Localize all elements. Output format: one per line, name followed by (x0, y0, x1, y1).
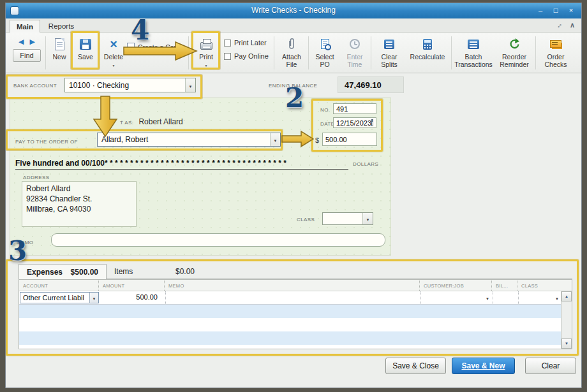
print-as-label: T AS: (120, 120, 133, 126)
batch-transactions-icon (468, 40, 479, 49)
address-line: Robert Allard (26, 184, 132, 194)
print-later-checkbox[interactable]: Print Later (224, 39, 267, 47)
payee-select[interactable]: Allard, Robert (97, 133, 281, 147)
bank-account-value: 10100 · Checking (69, 81, 129, 90)
table-header: ACCOUNT AMOUNT MEMO CUSTOMER:JOB BIL... … (19, 280, 572, 291)
toolbar-separator (535, 36, 536, 69)
attach-file-button[interactable]: Attach File (278, 36, 306, 68)
check-no-label: NO. (320, 107, 330, 113)
reorder-recycle-icon (509, 38, 520, 50)
tab-items[interactable]: Items $0.00 (107, 264, 202, 279)
reorder-reminder-button[interactable]: Reorder Reminder (496, 36, 533, 68)
delete-dropdown-icon[interactable] (101, 61, 126, 68)
checkbox-icon[interactable] (224, 53, 231, 60)
scroll-down-button[interactable] (561, 338, 572, 349)
chevron-down-icon (189, 81, 193, 90)
address-line: 92834 Chandler St. (26, 194, 132, 204)
table-row: Other Current Liabil 500.00 (19, 291, 572, 305)
checkbox-icon[interactable] (224, 40, 231, 47)
recalculate-button[interactable]: Recalculate (406, 36, 449, 61)
ribbon-tabbar: Main Reports (6, 18, 581, 33)
items-total: $0.00 (175, 267, 195, 276)
dollars-label: DOLLARS (353, 161, 378, 167)
order-checks-button[interactable]: Order Checks (538, 36, 574, 68)
scroll-up-button[interactable] (561, 291, 572, 301)
amount-field[interactable]: 500.00 (322, 133, 377, 146)
tab-reports[interactable]: Reports (41, 20, 81, 33)
clear-splits-button[interactable]: Clear Splits (375, 36, 404, 68)
delete-button[interactable]: Delete (101, 36, 126, 68)
dropdown-button[interactable] (362, 213, 373, 224)
check-form: NO. 491 DATE 12/15/2023 T AS: Robert All… (10, 98, 391, 256)
clear-button[interactable]: Clear (525, 358, 576, 374)
table-row-empty[interactable] (19, 331, 572, 345)
table-row-empty[interactable] (19, 318, 572, 331)
clock-icon (350, 39, 360, 49)
select-po-icon (321, 39, 329, 49)
expenses-table: ACCOUNT AMOUNT MEMO CUSTOMER:JOB BIL... … (19, 279, 572, 349)
enter-time-button: Enter Time (341, 36, 368, 68)
column-amount[interactable]: AMOUNT (98, 280, 164, 291)
expand-window-icon[interactable] (555, 21, 562, 29)
delete-x-icon (110, 38, 117, 50)
tab-main[interactable]: Main (10, 20, 40, 33)
calculator-icon (423, 39, 432, 50)
amount-cell[interactable]: 500.00 (100, 291, 165, 304)
bank-account-select[interactable]: 10100 · Checking (64, 78, 196, 92)
billable-cell[interactable] (493, 291, 518, 304)
address-box[interactable]: Robert Allard 92834 Chandler St. Millbra… (22, 181, 137, 227)
column-memo[interactable]: MEMO (164, 280, 419, 291)
minimize-button[interactable]: – (534, 6, 547, 16)
details-tabstrip: Expenses $500.00 Items $0.00 (19, 264, 572, 279)
new-document-icon (55, 38, 64, 50)
write-checks-window: Write Checks - Checking – □ × Main Repor… (5, 3, 582, 388)
tab-expenses[interactable]: Expenses $500.00 (19, 264, 107, 279)
vertical-scrollbar[interactable] (561, 291, 572, 349)
class-select[interactable] (322, 212, 373, 225)
calendar-icon[interactable] (371, 119, 373, 126)
column-customer-job[interactable]: CUSTOMER:JOB (419, 280, 491, 291)
chevron-down-icon (274, 135, 278, 144)
check-no-field[interactable]: 491 (333, 103, 376, 114)
step-2-number: 2 (285, 85, 304, 112)
column-class[interactable]: CLASS (517, 280, 561, 291)
save-new-button[interactable]: Save & New (452, 358, 515, 374)
class-cell[interactable] (518, 291, 562, 304)
pay-online-checkbox[interactable]: Pay Online (224, 52, 269, 60)
toolbar-separator (371, 36, 371, 69)
order-checks-icon (550, 40, 561, 48)
class-label: CLASS (297, 217, 315, 222)
memo-cell[interactable] (165, 291, 420, 304)
new-button[interactable]: New (48, 36, 71, 61)
close-button[interactable]: × (565, 6, 577, 16)
date-field[interactable]: 12/15/2023 (333, 117, 376, 128)
dropdown-button[interactable] (270, 133, 280, 146)
titlebar[interactable]: Write Checks - Checking – □ × (6, 3, 581, 18)
chevron-down-icon (366, 214, 370, 223)
forward-arrow-icon[interactable] (30, 38, 35, 46)
select-po-button[interactable]: Select PO (312, 36, 338, 68)
dropdown-button[interactable] (185, 78, 195, 92)
window-title: Write Checks - Checking (6, 6, 581, 15)
chevron-down-icon (555, 294, 559, 301)
toolbar-separator (274, 36, 274, 69)
print-as-value: Robert Allard (138, 117, 182, 126)
printer-icon (200, 42, 212, 50)
customer-job-cell[interactable] (420, 291, 493, 304)
desktop-background: Write Checks - Checking – □ × Main Repor… (0, 0, 587, 392)
collapse-ribbon-icon[interactable] (570, 21, 575, 29)
table-row-empty[interactable] (19, 305, 572, 318)
dropdown-button[interactable] (89, 293, 98, 303)
back-arrow-icon[interactable] (19, 38, 24, 46)
column-billable[interactable]: BIL... (491, 280, 517, 291)
batch-transactions-button[interactable]: Batch Transactions (454, 36, 493, 68)
save-button[interactable]: Save (72, 36, 99, 61)
maximize-button[interactable]: □ (549, 6, 562, 16)
column-account[interactable]: ACCOUNT (19, 280, 98, 291)
memo-field[interactable] (51, 233, 385, 247)
save-close-button[interactable]: Save & Close (385, 358, 446, 374)
toolbar: Find New Save Delete Create a Copy Print (6, 33, 581, 73)
account-cell[interactable]: Other Current Liabil (20, 292, 99, 303)
clear-splits-icon (384, 40, 394, 49)
find-button[interactable]: Find (13, 49, 41, 62)
